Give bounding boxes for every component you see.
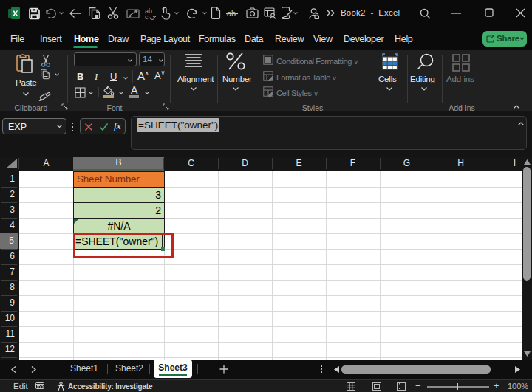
svg-text:c: c: [145, 13, 149, 20]
